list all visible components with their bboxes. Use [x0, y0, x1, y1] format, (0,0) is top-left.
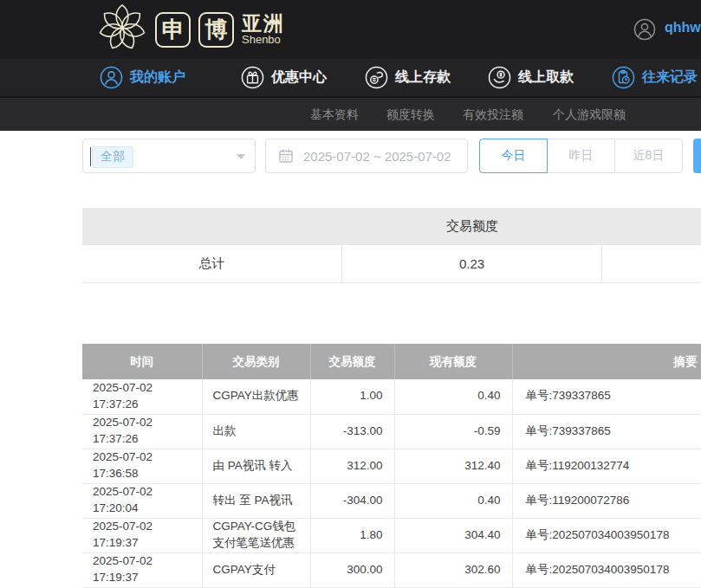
nav-item-deposit[interactable]: 线上存款 [365, 59, 451, 96]
username-text[interactable]: qhhw [665, 20, 701, 36]
top-header: 申 博 亚洲 Shenbo qhhw [0, 0, 701, 59]
quick-date-buttons: 今日 昨日 近8日 [479, 139, 683, 173]
subnav-item-basic-info[interactable]: 基本资料 [310, 98, 359, 132]
logo-brand-text: Shenbo [242, 34, 285, 46]
chevron-down-icon [237, 154, 245, 159]
table-row: 2025-07-02 17:37:26 出款 -313.00 -0.59 单号:… [82, 414, 701, 449]
nav-item-label: 线上取款 [518, 68, 574, 87]
gift-icon [241, 66, 264, 89]
cell-summary: 单号:202507034003950178 [512, 518, 701, 552]
cell-balance: 0.40 [394, 483, 512, 518]
cell-type: 由 PA视讯 转入 [202, 449, 310, 483]
sub-nav: 基本资料 额度转换 有效投注额 个人游戏限额 [0, 96, 701, 131]
summary-total-value: 0.23 [342, 245, 602, 282]
cell-type: CGPAY-CG钱包支付笔笔送优惠 [202, 518, 310, 552]
summary-table: 交易额度 总计 0.23 [82, 208, 701, 283]
nav-item-my-account[interactable]: 我的账户 [100, 59, 185, 96]
nav-item-records[interactable]: 往来记录 [612, 59, 698, 96]
transaction-type-select[interactable]: 全部 [82, 139, 256, 173]
records-icon [612, 66, 635, 89]
user-avatar-icon[interactable] [633, 18, 656, 41]
cell-time: 2025-07-02 17:36:58 [82, 449, 202, 483]
cell-time: 2025-07-02 17:20:04 [82, 483, 202, 518]
date-range-value: 2025-07-02 ~ 2025-07-02 [303, 149, 451, 164]
cell-balance: 312.40 [394, 449, 512, 483]
flower-logo-icon [97, 3, 147, 56]
cell-type: CGPAY支付 [202, 552, 310, 587]
main-nav: 我的账户 优惠中心 [0, 59, 701, 96]
cell-summary: 单号:739337865 [512, 414, 701, 449]
cell-summary: 单号:119200132774 [512, 449, 701, 483]
cell-amount: 312.00 [310, 449, 394, 483]
brand-logo[interactable]: 申 博 亚洲 Shenbo [97, 3, 285, 55]
col-header-balance: 现有额度 [394, 344, 512, 379]
col-header-time: 时间 [82, 344, 202, 379]
table-row: 2025-07-02 17:20:04 转出 至 PA视讯 -304.00 0.… [82, 483, 701, 518]
date-range-input[interactable]: 2025-07-02 ~ 2025-07-02 [265, 139, 468, 173]
cell-balance: 304.40 [394, 518, 512, 552]
text-cursor [90, 147, 91, 166]
summary-header-spacer [82, 208, 342, 245]
cell-amount: 1.80 [310, 518, 394, 552]
logo-char-shen: 申 [155, 12, 191, 48]
cell-time: 2025-07-02 17:19:37 [82, 518, 202, 552]
yesterday-button[interactable]: 昨日 [547, 139, 615, 173]
summary-header-amount: 交易额度 [342, 208, 602, 245]
last-8-days-button[interactable]: 近8日 [614, 139, 683, 173]
cell-type: 出款 [202, 414, 310, 449]
transactions-table: 时间 交易类别 交易额度 现有额度 摘要 2025-07-02 17:37:26… [82, 344, 701, 588]
col-header-type: 交易类别 [202, 344, 310, 379]
subnav-item-credit-transfer[interactable]: 额度转换 [386, 98, 435, 132]
logo-region-text: 亚洲 [242, 13, 285, 34]
selected-type-chip[interactable]: 全部 [92, 146, 133, 168]
summary-header-spacer [602, 208, 701, 245]
calendar-icon [278, 148, 294, 164]
nav-item-label: 往来记录 [642, 68, 698, 87]
transactions-header-row: 时间 交易类别 交易额度 现有额度 摘要 [82, 344, 701, 379]
table-row: 2025-07-02 17:36:58 由 PA视讯 转入 312.00 312… [82, 449, 701, 483]
table-row: 2025-07-02 17:37:26 CGPAY出款优惠 1.00 0.40 … [82, 379, 701, 414]
nav-item-label: 优惠中心 [271, 68, 327, 87]
cell-time: 2025-07-02 17:37:26 [82, 379, 202, 414]
cell-amount: 300.00 [310, 552, 394, 587]
summary-total-row: 总计 0.23 [82, 245, 701, 283]
withdraw-icon [488, 66, 511, 89]
col-header-summary: 摘要 [512, 344, 701, 379]
cell-amount: -313.00 [310, 414, 394, 449]
cell-type: 转出 至 PA视讯 [202, 483, 310, 518]
user-icon [100, 66, 123, 89]
summary-total-label: 总计 [82, 245, 342, 282]
cell-balance: -0.59 [394, 414, 512, 449]
summary-empty-cell [602, 245, 701, 282]
cell-amount: 1.00 [310, 379, 394, 414]
subnav-item-valid-bets[interactable]: 有效投注额 [463, 98, 523, 132]
logo-char-bo: 博 [198, 12, 234, 48]
cell-balance: 0.40 [394, 379, 512, 414]
nav-item-withdraw[interactable]: 线上取款 [488, 59, 574, 96]
subnav-item-game-limits[interactable]: 个人游戏限额 [553, 98, 626, 132]
page: 申 博 亚洲 Shenbo qhhw 我的账户 [0, 0, 701, 588]
cell-time: 2025-07-02 17:19:37 [82, 552, 202, 587]
nav-item-label: 线上存款 [395, 68, 451, 87]
cell-time: 2025-07-02 17:37:26 [82, 414, 202, 449]
col-header-amount: 交易额度 [310, 344, 394, 379]
today-button[interactable]: 今日 [479, 139, 548, 173]
nav-item-promotions[interactable]: 优惠中心 [241, 59, 327, 96]
cell-type: CGPAY出款优惠 [202, 379, 310, 414]
search-button[interactable] [693, 139, 701, 173]
summary-header-row: 交易额度 [82, 208, 701, 245]
cell-amount: -304.00 [310, 483, 394, 518]
cell-summary: 单号:202507034003950178 [512, 552, 701, 587]
deposit-icon [365, 66, 388, 89]
cell-summary: 单号:119200072786 [512, 483, 701, 518]
cell-balance: 302.60 [394, 552, 512, 587]
cell-summary: 单号:739337865 [512, 379, 701, 414]
table-row: 2025-07-02 17:19:37 CGPAY-CG钱包支付笔笔送优惠 1.… [82, 518, 701, 552]
nav-item-label: 我的账户 [130, 68, 185, 87]
table-row: 2025-07-02 17:19:37 CGPAY支付 300.00 302.6… [82, 552, 701, 587]
